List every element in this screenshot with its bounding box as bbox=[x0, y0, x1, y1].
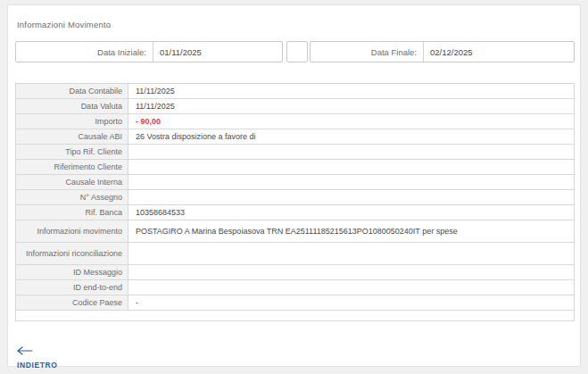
back-button-label: INDIETRO bbox=[17, 361, 57, 370]
row-label: Causale Interna bbox=[16, 175, 128, 189]
movement-details-card: Informazioni Movimento Data Iniziale: 01… bbox=[7, 4, 581, 367]
row-value: - bbox=[128, 295, 574, 310]
row-label: Tipo Rif. Cliente bbox=[16, 145, 128, 159]
row-value bbox=[128, 175, 574, 189]
end-date-label: Data Finale: bbox=[311, 42, 424, 62]
row-value bbox=[128, 280, 574, 295]
row-label: Importo bbox=[16, 114, 128, 129]
table-row: Causale Interna bbox=[16, 175, 574, 190]
row-value-negative-amount: - 90,00 bbox=[128, 114, 574, 129]
table-row: ID end-to-end bbox=[16, 280, 574, 295]
row-value bbox=[128, 190, 574, 204]
table-row: Informazioni riconciliazione bbox=[16, 243, 574, 265]
row-value: POSTAGIRO A Marina Bespoiasova TRN EA251… bbox=[128, 220, 574, 242]
row-value: 11/11/2025 bbox=[128, 99, 574, 113]
row-value bbox=[128, 145, 574, 159]
row-value: 11/11/2025 bbox=[128, 84, 574, 98]
row-value: 10358684533 bbox=[128, 205, 574, 220]
start-date-input[interactable]: 01/11/2025 bbox=[153, 42, 282, 62]
left-arrow-icon bbox=[17, 343, 57, 359]
row-label: Codice Paese bbox=[16, 295, 128, 310]
row-label: Data Contabile bbox=[16, 84, 128, 98]
end-date-field: Data Finale: 02/12/2025 bbox=[310, 41, 575, 62]
page-title: Informazioni Movimento bbox=[17, 20, 111, 29]
table-row: Riferimento Cliente bbox=[16, 160, 574, 175]
row-value: 26 Vostra disposizione a favore di bbox=[128, 129, 574, 144]
row-label: Informazioni riconciliazione bbox=[16, 243, 128, 264]
table-row: Data Contabile 11/11/2025 bbox=[16, 84, 574, 99]
movement-details-table: Data Contabile 11/11/2025 Data Valuta 11… bbox=[15, 83, 575, 321]
table-row: Importo - 90,00 bbox=[16, 114, 574, 129]
table-row: Data Valuta 11/11/2025 bbox=[16, 99, 574, 114]
table-row: Tipo Rif. Cliente bbox=[16, 145, 574, 160]
table-row: N° Assegno bbox=[16, 190, 574, 205]
row-label: Riferimento Cliente bbox=[16, 160, 128, 174]
table-row: Rif. Banca 10358684533 bbox=[16, 205, 574, 220]
row-label: Data Valuta bbox=[16, 99, 128, 113]
row-label: Rif. Banca bbox=[16, 205, 128, 220]
table-row: ID Messaggio bbox=[16, 265, 574, 280]
row-label: N° Assegno bbox=[16, 190, 128, 204]
date-filter-row: Data Iniziale: 01/11/2025 Data Finale: 0… bbox=[15, 41, 575, 62]
row-label: ID end-to-end bbox=[16, 280, 128, 295]
table-row: Codice Paese - bbox=[16, 295, 574, 311]
row-label: Causale ABI bbox=[16, 129, 128, 144]
row-value bbox=[128, 265, 574, 279]
row-value bbox=[128, 160, 574, 174]
row-value bbox=[128, 243, 574, 264]
back-button[interactable]: INDIETRO bbox=[17, 343, 57, 370]
table-row: Causale ABI 26 Vostra disposizione a fav… bbox=[16, 129, 574, 145]
filter-middle-box bbox=[286, 41, 308, 62]
start-date-label: Data Iniziale: bbox=[16, 42, 153, 62]
start-date-field: Data Iniziale: 01/11/2025 bbox=[15, 41, 283, 62]
row-label: Informazioni movimento bbox=[16, 220, 128, 242]
end-date-input[interactable]: 02/12/2025 bbox=[424, 42, 574, 62]
table-row: Informazioni movimento POSTAGIRO A Marin… bbox=[16, 220, 574, 243]
row-label: ID Messaggio bbox=[16, 265, 128, 279]
table-footer-empty-row bbox=[16, 311, 574, 321]
